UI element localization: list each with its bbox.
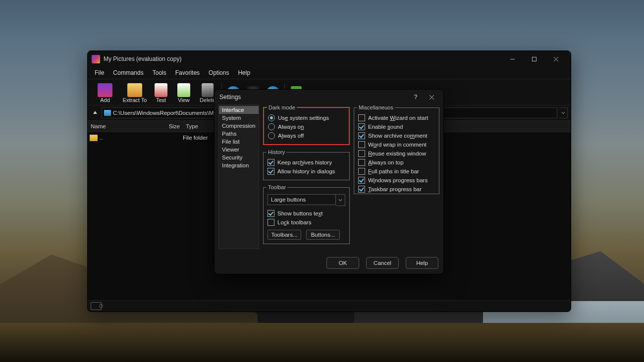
checkbox-icon	[358, 159, 365, 166]
radio-icon	[268, 114, 275, 121]
misc-option[interactable]: Activate Wizard on start	[358, 113, 435, 122]
checkbox-icon	[358, 150, 365, 157]
misc-group: Miscellaneuos Activate Wizard on startEn…	[354, 104, 439, 194]
minimize-button[interactable]	[501, 52, 523, 66]
window-title: My Pictures (evaluation copy)	[104, 55, 181, 62]
misc-option[interactable]: Windows progress bars	[358, 176, 435, 185]
dark-mode-option[interactable]: Always on	[268, 122, 345, 131]
buttons-button[interactable]: Buttons...	[306, 230, 340, 240]
misc-option[interactable]: Word wrap in comment	[358, 140, 435, 149]
category-security[interactable]: Security	[219, 154, 259, 161]
checkbox-icon	[358, 186, 365, 193]
checkbox-icon	[268, 168, 274, 175]
maximize-button[interactable]	[523, 52, 545, 66]
dialog-buttons: OK Cancel Help	[215, 252, 443, 274]
checkbox-icon	[358, 132, 365, 139]
up-button[interactable]	[91, 108, 100, 117]
folder-icon	[90, 135, 98, 141]
dark-mode-group: Dark mode Use system settingsAlways onAl…	[263, 104, 350, 145]
dark-mode-option[interactable]: Always off	[268, 131, 345, 140]
menu-help[interactable]: Help	[234, 68, 254, 77]
cancel-button[interactable]: Cancel	[366, 257, 399, 269]
close-button[interactable]	[424, 91, 439, 103]
toolbar-legend: Toolbar	[267, 184, 287, 190]
misc-option[interactable]: Always on top	[358, 158, 435, 167]
toolbar-add[interactable]: Add	[92, 83, 118, 103]
close-button[interactable]	[545, 52, 567, 66]
settings-dialog: Settings ? Interface System Compression …	[214, 89, 444, 274]
category-list[interactable]: Interface System Compression Paths File …	[218, 104, 259, 249]
dark-mode-legend: Dark mode	[267, 104, 297, 110]
checkbox-icon	[358, 177, 365, 184]
folder-icon	[104, 110, 111, 116]
misc-option[interactable]: Enable sound	[358, 122, 435, 131]
toolbar-option[interactable]: Lock toolbars	[268, 218, 345, 227]
menu-file[interactable]: File	[91, 68, 108, 77]
statusbar	[88, 300, 571, 311]
toolbar-group: Toolbar Large buttons Show buttons textL…	[263, 184, 350, 244]
history-group: History Keep archives historyAllow histo…	[263, 149, 350, 180]
misc-option[interactable]: Taskbar progress bar	[358, 185, 435, 194]
toolbar-extract-to[interactable]: Extract To	[121, 83, 148, 103]
radio-icon	[268, 123, 275, 130]
ok-button[interactable]: OK	[326, 257, 359, 269]
toolbar-size-combo[interactable]: Large buttons	[268, 194, 336, 205]
dialog-title: Settings	[219, 94, 241, 101]
menubar: File Commands Tools Favorites Options He…	[88, 67, 571, 79]
app-icon	[92, 55, 100, 63]
category-integration[interactable]: Integration	[219, 161, 259, 169]
menu-commands[interactable]: Commands	[109, 68, 147, 77]
misc-option[interactable]: Reuse existing window	[358, 149, 435, 158]
checkbox-icon	[268, 210, 274, 217]
combo-dropdown[interactable]	[336, 194, 345, 206]
toolbar-view[interactable]: View	[174, 83, 194, 103]
checkbox-icon	[268, 159, 274, 166]
toolbar-test[interactable]: Test	[151, 83, 171, 103]
misc-option[interactable]: Full paths in title bar	[358, 167, 435, 176]
col-size[interactable]: Size	[160, 123, 183, 129]
col-name[interactable]: Name	[88, 123, 160, 129]
checkbox-icon	[358, 168, 365, 175]
titlebar[interactable]: My Pictures (evaluation copy)	[88, 51, 571, 67]
category-viewer[interactable]: Viewer	[219, 146, 259, 154]
misc-legend: Miscellaneuos	[357, 104, 395, 110]
checkbox-icon	[358, 123, 365, 130]
dark-mode-option[interactable]: Use system settings	[268, 113, 345, 122]
dialog-titlebar[interactable]: Settings ?	[215, 90, 443, 104]
category-file-list[interactable]: File list	[219, 138, 259, 146]
history-legend: History	[267, 149, 286, 155]
svg-rect-0	[532, 57, 536, 61]
toolbars-button[interactable]: Toolbars...	[268, 230, 301, 240]
category-paths[interactable]: Paths	[219, 130, 259, 138]
misc-option[interactable]: Show archive comment	[358, 131, 435, 140]
radio-icon	[268, 132, 275, 139]
toolbar-option[interactable]: Show buttons text	[268, 209, 345, 218]
menu-favorites[interactable]: Favorites	[171, 68, 204, 77]
category-compression[interactable]: Compression	[219, 122, 259, 130]
help-dialog-button[interactable]: Help	[406, 257, 438, 269]
history-option[interactable]: Keep archives history	[268, 158, 345, 167]
address-dropdown[interactable]	[559, 107, 568, 118]
checkbox-icon	[268, 219, 274, 226]
menu-tools[interactable]: Tools	[149, 68, 170, 77]
history-option[interactable]: Allow history in dialogs	[268, 167, 345, 176]
menu-options[interactable]: Options	[205, 68, 233, 77]
status-icon	[91, 302, 102, 310]
category-system[interactable]: System	[219, 114, 259, 122]
checkbox-icon	[358, 114, 365, 121]
help-button[interactable]: ?	[408, 91, 424, 103]
checkbox-icon	[358, 141, 365, 148]
category-interface[interactable]: Interface	[219, 106, 259, 114]
